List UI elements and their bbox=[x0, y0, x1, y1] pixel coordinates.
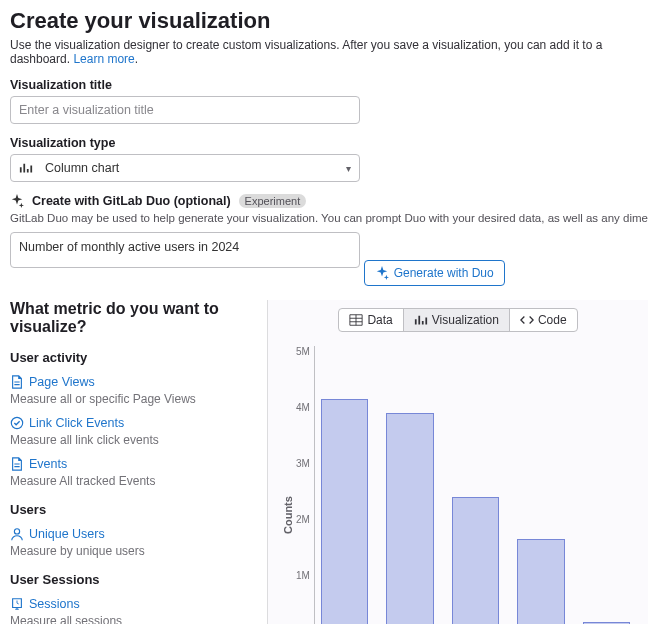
table-icon bbox=[349, 313, 363, 327]
metric-desc: Measure all or specific Page Views bbox=[10, 392, 259, 406]
viz-title-label: Visualization title bbox=[10, 78, 648, 92]
viz-type-select[interactable]: Column chart ▾ bbox=[10, 154, 360, 182]
experiment-badge: Experiment bbox=[239, 194, 307, 208]
y-axis-label: Counts bbox=[280, 346, 296, 624]
page-title: Create your visualization bbox=[10, 8, 648, 34]
metric-link[interactable]: Page Views bbox=[10, 375, 95, 389]
tab-visualization[interactable]: Visualization bbox=[404, 309, 510, 331]
viz-type-value: Column chart bbox=[45, 161, 119, 175]
duo-description: GitLab Duo may be used to help generate … bbox=[10, 212, 648, 224]
column-chart-icon bbox=[19, 161, 33, 175]
learn-more-link[interactable]: Learn more bbox=[73, 52, 134, 66]
metric-desc: Measure all link click events bbox=[10, 433, 259, 447]
sparkle-icon bbox=[10, 194, 24, 208]
y-axis: 5M4M3M2M1M bbox=[296, 346, 314, 624]
page-subtitle: Use the visualization designer to create… bbox=[10, 38, 648, 66]
metric-link[interactable]: Link Click Events bbox=[10, 416, 124, 430]
metric-link[interactable]: Unique Users bbox=[10, 527, 105, 541]
chart-bar bbox=[517, 539, 564, 624]
sparkle-icon bbox=[375, 266, 389, 280]
metrics-heading: What metric do you want to visualize? bbox=[10, 300, 259, 336]
chart-bar bbox=[321, 399, 368, 624]
tab-data[interactable]: Data bbox=[339, 309, 403, 331]
chart-bar bbox=[452, 497, 499, 624]
duo-prompt-textarea[interactable] bbox=[10, 232, 360, 268]
metrics-panel: What metric do you want to visualize? Us… bbox=[10, 300, 268, 624]
visualization-panel: Data Visualization Code Counts 5M4M3M2M1… bbox=[268, 300, 648, 624]
chart-plot bbox=[314, 346, 636, 624]
metric-group-title: Users bbox=[10, 502, 259, 517]
viz-type-label: Visualization type bbox=[10, 136, 648, 150]
duo-label: Create with GitLab Duo (optional) bbox=[32, 194, 231, 208]
code-icon bbox=[520, 313, 534, 327]
viz-title-input[interactable] bbox=[10, 96, 360, 124]
chart-area: Counts 5M4M3M2M1M bbox=[276, 342, 640, 624]
column-chart-icon bbox=[414, 313, 428, 327]
metric-desc: Measure all sessions bbox=[10, 614, 259, 624]
metric-group-title: User Sessions bbox=[10, 572, 259, 587]
svg-point-1 bbox=[14, 529, 19, 534]
chevron-down-icon: ▾ bbox=[346, 163, 351, 174]
tab-code[interactable]: Code bbox=[510, 309, 577, 331]
chart-bar bbox=[386, 413, 433, 624]
metric-link[interactable]: Events bbox=[10, 457, 67, 471]
metric-group-title: User activity bbox=[10, 350, 259, 365]
generate-duo-button[interactable]: Generate with Duo bbox=[364, 260, 505, 286]
metric-link[interactable]: Sessions bbox=[10, 597, 80, 611]
metric-desc: Measure by unique users bbox=[10, 544, 259, 558]
metric-desc: Measure All tracked Events bbox=[10, 474, 259, 488]
viz-tab-group: Data Visualization Code bbox=[338, 308, 577, 332]
